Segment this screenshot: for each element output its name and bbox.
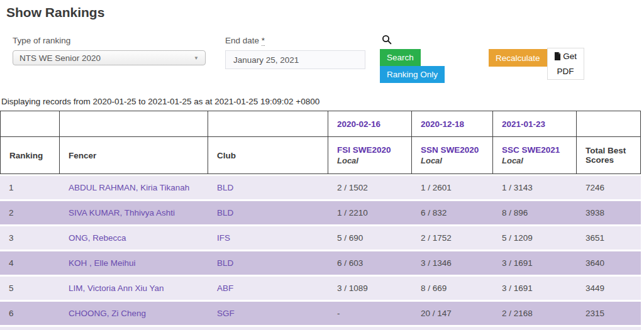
- ranking-cell: 3: [0, 224, 60, 250]
- empty-header-cell: [208, 111, 328, 137]
- club-link[interactable]: SGF: [217, 309, 235, 318]
- status-text: Displaying records from 2020-01-25 to 20…: [1, 97, 319, 106]
- fencer-column-header: Fencer: [60, 137, 208, 174]
- search-button-group: Search Ranking Only: [380, 35, 445, 83]
- table-row: 5 LIM, Victoria Ann Xiu Yan ABF 3 / 1089…: [0, 275, 641, 300]
- pdf-file-icon: [554, 51, 561, 65]
- ranking-cell: 6: [0, 300, 60, 325]
- get-pdf-button[interactable]: Get PDF: [547, 48, 584, 80]
- score-cell: 3 / 1346: [412, 250, 493, 275]
- score-cell: 20 / 147: [412, 300, 493, 325]
- event-date-link[interactable]: 2021-01-23: [502, 119, 545, 129]
- fencer-link[interactable]: SIVA KUMAR, Thhivya Ashti: [69, 208, 175, 217]
- page: Show Rankings Type of ranking NTS WE Sen…: [0, 0, 644, 330]
- ranking-cell: 2: [0, 199, 60, 224]
- event-name-link[interactable]: SSN SWE2020: [421, 145, 479, 155]
- ranking-only-button[interactable]: Ranking Only: [380, 66, 445, 83]
- score-cell: 2 / 1752: [412, 224, 493, 250]
- type-of-ranking-select[interactable]: NTS WE Senior 2020 ▼: [13, 50, 206, 65]
- event-type-label: Local: [337, 156, 406, 165]
- empty-header-cell: [577, 111, 641, 137]
- total-cell: 7246: [577, 174, 641, 199]
- club-link[interactable]: BLD: [217, 258, 233, 268]
- score-cell: -: [328, 300, 412, 325]
- score-cell: 8 / 896: [493, 199, 577, 224]
- ranking-cell: 1: [0, 174, 60, 199]
- score-cell: 5 / 1209: [493, 224, 577, 250]
- score-cell: 2 / 2168: [493, 300, 577, 325]
- search-icon[interactable]: [382, 35, 445, 46]
- required-asterisk: *: [262, 36, 265, 46]
- ranking-cell: 5: [0, 275, 60, 300]
- event-type-label: Local: [421, 156, 487, 165]
- chevron-down-icon: ▼: [194, 55, 199, 61]
- ranking-column-header: Ranking: [0, 137, 60, 174]
- total-cell: 2315: [577, 300, 641, 325]
- table-row: 6 CHOONG, Zi Cheng SGF - 20 / 147 2 / 21…: [0, 300, 641, 325]
- table-row: 4 KOH , Elle Meihui BLD 6 / 603 3 / 1346…: [0, 250, 641, 275]
- score-cell: 1 / 2601: [412, 174, 493, 199]
- score-cell: 6 / 832: [412, 199, 493, 224]
- total-cell: 3449: [577, 275, 641, 300]
- score-cell: 1 / 2210: [328, 199, 412, 224]
- event-type-label: Local: [502, 156, 571, 165]
- table-row: 3 ONG, Rebecca IFS 5 / 690 2 / 1752 5 / …: [0, 224, 641, 250]
- fencer-link[interactable]: ABDUL RAHMAN, Kiria Tikanah: [69, 183, 189, 192]
- type-of-ranking-value: NTS WE Senior 2020: [19, 53, 194, 63]
- empty-header-cell: [0, 111, 60, 137]
- club-link[interactable]: ABF: [217, 283, 233, 293]
- score-cell: 3 / 1691: [493, 250, 577, 275]
- table-row: 1 ABDUL RAHMAN, Kiria Tikanah BLD 2 / 15…: [0, 174, 641, 199]
- fencer-link[interactable]: KOH , Elle Meihui: [69, 258, 136, 268]
- score-cell: 6 / 603: [328, 250, 412, 275]
- total-best-scores-header: Total Best Scores: [577, 137, 641, 174]
- recalculate-group: Recalculate Get PDF: [489, 48, 584, 80]
- type-of-ranking-label: Type of ranking: [13, 36, 206, 45]
- page-title: Show Rankings: [6, 5, 104, 20]
- total-cell: 3938: [577, 199, 641, 224]
- score-cell: 2 / 1502: [328, 174, 412, 199]
- event-date-link[interactable]: 2020-12-18: [421, 119, 464, 129]
- recalculate-button[interactable]: Recalculate: [489, 49, 547, 67]
- score-cell: 8 / 669: [412, 275, 493, 300]
- club-column-header: Club: [208, 137, 328, 174]
- rankings-table: 2020-02-16 2020-12-18 2021-01-23 Ranking…: [0, 111, 641, 330]
- fencer-link[interactable]: CHOONG, Zi Cheng: [69, 309, 146, 318]
- table-header-dates-row: 2020-02-16 2020-12-18 2021-01-23: [0, 111, 641, 137]
- score-cell: 5 / 690: [328, 224, 412, 250]
- search-button[interactable]: Search: [380, 49, 421, 66]
- type-of-ranking-field: Type of ranking NTS WE Senior 2020 ▼: [13, 36, 206, 65]
- end-date-input[interactable]: [225, 50, 365, 69]
- club-link[interactable]: IFS: [217, 233, 230, 243]
- event-name-link[interactable]: FSI SWE2020: [337, 145, 391, 155]
- club-link[interactable]: BLD: [217, 208, 233, 217]
- score-cell: 3 / 1691: [493, 275, 577, 300]
- total-cell: 3651: [577, 224, 641, 250]
- fencer-link[interactable]: ONG, Rebecca: [69, 233, 126, 243]
- end-date-label: End date *: [225, 36, 365, 45]
- ranking-cell: 4: [0, 250, 60, 275]
- fencer-link[interactable]: LIM, Victoria Ann Xiu Yan: [69, 283, 164, 293]
- table-row-partial: [0, 325, 641, 330]
- end-date-field: End date *: [225, 36, 365, 69]
- event-date-link[interactable]: 2020-02-16: [337, 119, 380, 129]
- empty-header-cell: [60, 111, 208, 137]
- score-cell: 1 / 3143: [493, 174, 577, 199]
- score-cell: 3 / 1089: [328, 275, 412, 300]
- table-row: 2 SIVA KUMAR, Thhivya Ashti BLD 1 / 2210…: [0, 199, 641, 224]
- club-link[interactable]: BLD: [217, 183, 233, 192]
- event-name-link[interactable]: SSC SWE2021: [502, 145, 560, 155]
- table-header-labels-row: Ranking Fencer Club FSI SWE2020Local SSN…: [0, 137, 641, 174]
- total-cell: 3640: [577, 250, 641, 275]
